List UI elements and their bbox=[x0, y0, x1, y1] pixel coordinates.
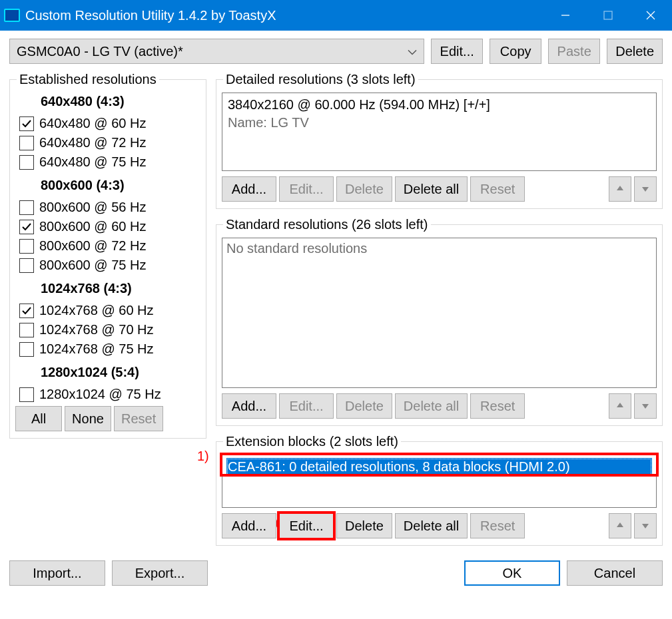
copy-button[interactable]: Copy bbox=[490, 39, 541, 64]
arrow-up-icon bbox=[616, 182, 624, 197]
close-button[interactable] bbox=[629, 0, 672, 31]
detailed-down-button bbox=[634, 176, 657, 202]
detailed-row[interactable]: 3840x2160 @ 60.000 Hz (594.00 MHz) [+/+] bbox=[226, 96, 652, 114]
extension-delete-button[interactable]: Delete bbox=[336, 513, 392, 538]
detailed-reset-button: Reset bbox=[470, 176, 525, 202]
standard-down-button bbox=[634, 393, 657, 419]
extension-row-cea861[interactable]: CEA-861: 0 detailed resolutions, 8 data … bbox=[226, 458, 652, 476]
standard-listbox[interactable]: No standard resolutions bbox=[222, 238, 657, 388]
standard-delete-button: Delete bbox=[336, 393, 392, 419]
standard-group: Standard resolutions (26 slots left) No … bbox=[216, 217, 663, 426]
ok-button[interactable]: OK bbox=[464, 560, 560, 586]
export-button[interactable]: Export... bbox=[112, 560, 208, 586]
checkbox[interactable] bbox=[19, 116, 34, 131]
display-dropdown-label: GSMC0A0 - LG TV (active)* bbox=[17, 44, 183, 59]
standard-placeholder: No standard resolutions bbox=[226, 241, 367, 256]
est-item-label: 1280x1024 @ 75 Hz bbox=[39, 387, 161, 402]
est-item-label: 1024x768 @ 70 Hz bbox=[39, 322, 154, 337]
detailed-delete-button: Delete bbox=[336, 176, 392, 202]
svg-marker-9 bbox=[642, 524, 649, 528]
est-checkbox-row[interactable]: 1024x768 @ 60 Hz bbox=[19, 303, 200, 318]
extension-reset-button: Reset bbox=[470, 513, 525, 538]
extension-listbox[interactable]: CEA-861: 0 detailed resolutions, 8 data … bbox=[222, 455, 657, 508]
est-item-label: 640x480 @ 75 Hz bbox=[39, 154, 146, 170]
est-group-heading: 640x480 (4:3) bbox=[41, 94, 200, 109]
established-all-button[interactable]: All bbox=[15, 406, 62, 431]
arrow-up-icon bbox=[616, 399, 624, 414]
est-checkbox-row[interactable]: 640x480 @ 72 Hz bbox=[19, 135, 200, 150]
minimize-button[interactable] bbox=[544, 0, 587, 31]
detailed-name-row[interactable]: Name: LG TV bbox=[226, 114, 652, 132]
checkbox[interactable] bbox=[19, 200, 34, 215]
standard-up-button bbox=[609, 393, 631, 419]
est-item-label: 800x600 @ 75 Hz bbox=[39, 258, 146, 273]
est-checkbox-row[interactable]: 800x600 @ 56 Hz bbox=[19, 200, 200, 215]
detailed-listbox[interactable]: 3840x2160 @ 60.000 Hz (594.00 MHz) [+/+]… bbox=[222, 93, 657, 171]
est-checkbox-row[interactable]: 1024x768 @ 70 Hz bbox=[19, 322, 200, 337]
detailed-group: Detailed resolutions (3 slots left) 3840… bbox=[216, 72, 663, 209]
svg-marker-5 bbox=[642, 187, 649, 192]
est-item-label: 800x600 @ 60 Hz bbox=[39, 219, 146, 234]
arrow-down-icon bbox=[641, 399, 649, 414]
delete-button[interactable]: Delete bbox=[607, 39, 663, 64]
extension-edit-button[interactable]: Edit... bbox=[279, 513, 334, 538]
edit-button[interactable]: Edit... bbox=[431, 39, 483, 64]
established-group: Established resolutions 640x480 (4:3)640… bbox=[9, 72, 206, 439]
est-checkbox-row[interactable]: 640x480 @ 60 Hz bbox=[19, 116, 200, 131]
est-item-label: 640x480 @ 60 Hz bbox=[39, 116, 146, 131]
checkbox[interactable] bbox=[19, 323, 34, 337]
extension-legend: Extension blocks (2 slots left) bbox=[223, 434, 401, 449]
arrow-up-icon bbox=[616, 518, 624, 534]
window-title: Custom Resolution Utility 1.4.2 by Toast… bbox=[25, 8, 276, 23]
est-checkbox-row[interactable]: 1280x1024 @ 75 Hz bbox=[19, 387, 200, 402]
est-checkbox-row[interactable]: 800x600 @ 75 Hz bbox=[19, 258, 200, 273]
detailed-delete-all-button[interactable]: Delete all bbox=[395, 176, 468, 202]
checkbox[interactable] bbox=[19, 136, 34, 150]
est-checkbox-row[interactable]: 1024x768 @ 75 Hz bbox=[19, 341, 200, 357]
checkbox[interactable] bbox=[19, 220, 34, 234]
display-dropdown[interactable]: GSMC0A0 - LG TV (active)* bbox=[9, 39, 424, 64]
est-item-label: 800x600 @ 72 Hz bbox=[39, 238, 146, 254]
checkbox[interactable] bbox=[19, 342, 34, 357]
est-group-heading: 1024x768 (4:3) bbox=[41, 281, 200, 296]
checkbox[interactable] bbox=[19, 239, 34, 254]
est-checkbox-row[interactable]: 800x600 @ 72 Hz bbox=[19, 238, 200, 254]
extension-delete-all-button[interactable]: Delete all bbox=[395, 513, 468, 538]
svg-marker-6 bbox=[617, 403, 623, 407]
cancel-button[interactable]: Cancel bbox=[567, 560, 663, 586]
extension-group: Extension blocks (2 slots left) CEA-861:… bbox=[216, 434, 663, 546]
est-item-label: 640x480 @ 72 Hz bbox=[39, 135, 146, 150]
est-checkbox-row[interactable]: 640x480 @ 75 Hz bbox=[19, 154, 200, 170]
svg-marker-8 bbox=[617, 522, 623, 527]
svg-marker-4 bbox=[617, 186, 623, 190]
detailed-add-button[interactable]: Add... bbox=[222, 176, 276, 202]
est-item-label: 1024x768 @ 60 Hz bbox=[39, 303, 154, 318]
detailed-up-button bbox=[609, 176, 631, 202]
maximize-button bbox=[587, 0, 629, 31]
standard-reset-button: Reset bbox=[470, 393, 525, 419]
arrow-down-icon bbox=[641, 182, 649, 197]
import-button[interactable]: Import... bbox=[9, 560, 105, 586]
est-group-heading: 1280x1024 (5:4) bbox=[41, 365, 200, 380]
standard-add-button[interactable]: Add... bbox=[222, 393, 276, 419]
checkbox[interactable] bbox=[19, 304, 34, 318]
detailed-edit-button: Edit... bbox=[279, 176, 334, 202]
est-group-heading: 800x600 (4:3) bbox=[41, 178, 200, 193]
svg-marker-7 bbox=[642, 404, 649, 409]
app-icon bbox=[4, 9, 20, 22]
extension-add-button[interactable]: Add... bbox=[222, 513, 276, 538]
est-item-label: 1024x768 @ 75 Hz bbox=[39, 341, 154, 357]
extension-up-button bbox=[609, 513, 631, 538]
standard-delete-all-button: Delete all bbox=[395, 393, 468, 419]
checkbox[interactable] bbox=[19, 387, 34, 402]
standard-edit-button: Edit... bbox=[279, 393, 334, 419]
checkbox[interactable] bbox=[19, 258, 34, 273]
title-bar: Custom Resolution Utility 1.4.2 by Toast… bbox=[0, 0, 672, 31]
established-none-button[interactable]: None bbox=[65, 406, 111, 431]
chevron-down-icon bbox=[408, 44, 417, 59]
checkbox[interactable] bbox=[19, 155, 34, 170]
established-legend: Established resolutions bbox=[17, 72, 159, 87]
est-checkbox-row[interactable]: 800x600 @ 60 Hz bbox=[19, 219, 200, 234]
est-item-label: 800x600 @ 56 Hz bbox=[39, 200, 146, 215]
established-reset-button: Reset bbox=[114, 406, 163, 431]
